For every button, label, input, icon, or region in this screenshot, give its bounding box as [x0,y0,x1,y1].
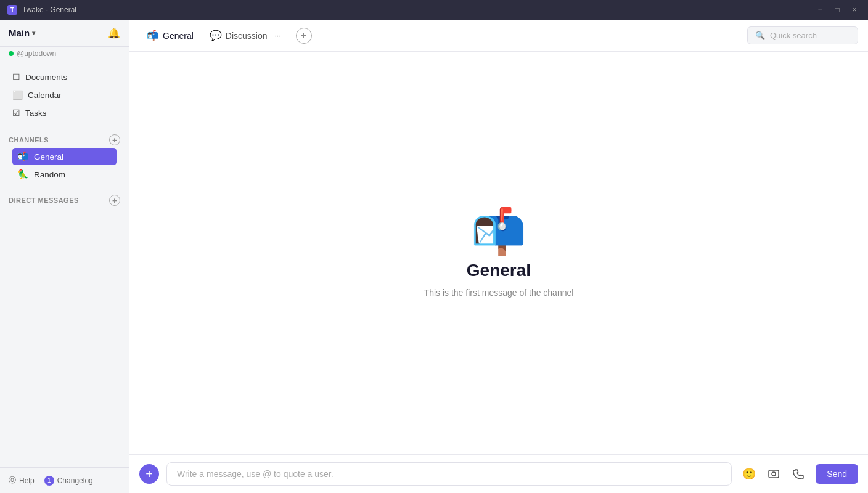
help-label: Help [19,476,35,485]
tasks-icon: ☑ [12,108,20,118]
calendar-icon: ⬜ [12,90,23,100]
close-button[interactable]: × [848,4,861,16]
calendar-label: Calendar [28,91,62,100]
online-status-dot [9,51,14,56]
add-tab-button[interactable]: + [296,28,312,44]
general-tab-label: General [163,31,194,41]
sidebar-item-documents[interactable]: ☐ Documents [4,68,125,86]
screenshot-button[interactable] [764,464,784,484]
minimize-button[interactable]: − [814,4,826,16]
sidebar-item-tasks[interactable]: ☑ Tasks [4,104,125,121]
search-icon: 🔍 [755,31,765,40]
direct-messages-section: DIRECT MESSAGES + [0,186,129,211]
random-channel-label: Random [34,170,65,179]
channels-section-header: CHANNELS + [9,134,120,145]
add-channel-button[interactable]: + [109,134,120,145]
workspace-label: Main [9,28,30,38]
svg-point-1 [772,472,776,476]
general-channel-icon: 📬 [17,151,29,162]
svg-rect-0 [769,470,779,478]
attach-button[interactable]: + [139,464,159,484]
channel-item-general[interactable]: 📬 General [12,148,117,165]
send-button[interactable]: Send [816,464,858,484]
channel-item-random[interactable]: 🦜 Random [12,166,117,183]
random-channel-icon: 🦜 [17,169,29,180]
discussion-tab-icon: 💬 [210,30,222,41]
notifications-bell-icon[interactable]: 🔔 [108,27,120,39]
username-label: @uptodown [17,49,56,58]
changelog-button[interactable]: 1 Changelog [44,475,93,486]
titlebar-title: Twake - General [22,6,814,14]
message-input[interactable] [166,462,732,486]
general-tab-icon: 📬 [147,30,159,41]
titlebar: T Twake - General − □ × [0,0,868,20]
workspace-name[interactable]: Main ▾ [9,28,35,38]
user-status: @uptodown [0,47,129,64]
changelog-label: Changelog [57,476,93,485]
channel-welcome-title: General [467,261,531,280]
channels-section: CHANNELS + 📬 General 🦜 Random [0,126,129,186]
message-input-area: + 🙂 Send [129,454,868,493]
sidebar: Main ▾ 🔔 @uptodown ☐ Documents ⬜ Calenda… [0,20,129,493]
main-content: 📬 General 💬 Discussion ··· + 🔍 Quick sea… [129,20,868,493]
help-button[interactable]: ⓪ Help [9,475,35,486]
discussion-tab-more-button[interactable]: ··· [271,29,285,43]
app-container: Main ▾ 🔔 @uptodown ☐ Documents ⬜ Calenda… [0,20,868,493]
documents-icon: ☐ [12,72,20,82]
channels-section-label: CHANNELS [9,136,49,144]
phone-button[interactable] [788,464,808,484]
main-header: 📬 General 💬 Discussion ··· + 🔍 Quick sea… [129,20,868,52]
emoji-button[interactable]: 🙂 [739,464,759,484]
chat-area: 📬 General This is the first message of t… [129,52,868,454]
help-circle-icon: ⓪ [9,475,16,486]
discussion-tab-label: Discussion [226,31,268,41]
sidebar-item-calendar[interactable]: ⬜ Calendar [4,86,125,104]
channel-welcome: 📬 General This is the first message of t… [424,209,574,298]
sidebar-nav: ☐ Documents ⬜ Calendar ☑ Tasks [0,64,129,126]
general-channel-label: General [34,152,63,161]
direct-messages-section-header: DIRECT MESSAGES + [9,195,120,206]
add-direct-message-button[interactable]: + [109,195,120,206]
search-placeholder: Quick search [770,31,817,40]
maximize-button[interactable]: □ [831,4,843,16]
header-tabs: 📬 General 💬 Discussion ··· + [139,25,745,46]
tab-general[interactable]: 📬 General [139,26,201,45]
changelog-badge: 1 [44,476,54,486]
sidebar-header: Main ▾ 🔔 [0,20,129,47]
sidebar-footer: ⓪ Help 1 Changelog [0,467,129,493]
mailbox-emoji-icon: 📬 [471,209,526,253]
direct-messages-label: DIRECT MESSAGES [9,197,79,204]
message-tools: 🙂 [739,464,808,484]
window-controls: − □ × [814,4,861,16]
app-icon: T [7,5,17,15]
quick-search-input[interactable]: 🔍 Quick search [747,26,858,44]
tasks-label: Tasks [25,108,47,118]
tab-discussion[interactable]: 💬 Discussion ··· [202,25,292,46]
documents-label: Documents [25,73,67,82]
channel-welcome-subtitle: This is the first message of the channel [424,288,574,298]
workspace-chevron: ▾ [32,30,35,36]
